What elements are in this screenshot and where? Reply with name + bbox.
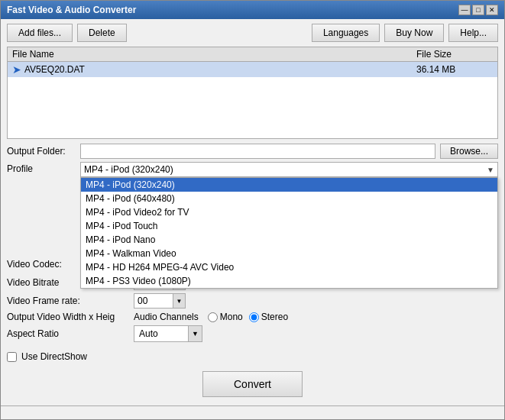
use-directshow-row: Use DirectShow [7,351,498,362]
output-video-width-row: Output Video Width x Heig Audio Channels… [7,312,498,322]
use-directshow-checkbox[interactable] [7,352,17,362]
list-item[interactable]: MP4 - iPod (320x240) [81,178,497,192]
file-list-body[interactable]: ➤ AV5EQ20.DAT 36.14 MB [8,62,497,138]
delete-button[interactable]: Delete [77,24,127,42]
file-size-cell: 36.14 MB [416,64,493,75]
profile-select[interactable]: MP4 - iPod (320x240) ▼ [80,162,498,177]
audio-channels-group: Mono Stereo [208,312,288,322]
browse-button[interactable]: Browse... [440,144,498,159]
profile-selected-value: MP4 - iPod (320x240) [84,164,173,175]
buy-now-button[interactable]: Buy Now [384,24,444,42]
stereo-radio-label[interactable]: Stereo [249,312,288,322]
list-item[interactable]: MP4 - HD H264 MPEG-4 AVC Video [81,260,497,274]
col-file-name: File Name [12,49,416,60]
convert-button[interactable]: Convert [202,371,303,397]
table-row[interactable]: ➤ AV5EQ20.DAT 36.14 MB [8,62,497,77]
stereo-label: Stereo [261,312,288,322]
file-list-header: File Name File Size [8,47,497,62]
list-item[interactable]: MP4 - PS3 Video (1080P) [81,274,497,288]
profile-row: Profile MP4 - iPod (320x240) ▼ MP4 - iPo… [7,162,498,177]
window-controls: — □ ✕ [458,5,498,15]
close-button[interactable]: ✕ [486,5,498,15]
video-framerate-label: Video Frame rate: [7,296,129,306]
aspect-ratio-value: Auto [134,328,188,339]
maximize-button[interactable]: □ [472,5,484,15]
window-title: Fast Video & Audio Converter [7,5,136,15]
list-item[interactable]: MP4 - iPod Video2 for TV [81,205,497,219]
profile-dropdown-list[interactable]: MP4 - iPod (320x240) MP4 - iPod (640x480… [80,177,498,289]
help-button[interactable]: Help... [448,24,498,42]
main-window: Fast Video & Audio Converter — □ ✕ Add f… [0,0,505,420]
list-item[interactable]: MP4 - Walkman Video [81,247,497,260]
file-name-cell: AV5EQ20.DAT [24,64,416,75]
video-framerate-row: Video Frame rate: 00 ▼ [7,293,498,309]
video-framerate-select[interactable]: 00 ▼ [134,293,186,309]
list-item[interactable]: MP4 - iPod (640x480) [81,192,497,205]
aspect-ratio-select[interactable]: Auto ▼ [134,325,202,342]
profile-label: Profile [7,162,76,174]
profile-dropdown-arrow: ▼ [487,166,494,174]
add-files-button[interactable]: Add files... [7,24,73,42]
mono-radio-label[interactable]: Mono [208,312,243,322]
minimize-button[interactable]: — [458,5,471,15]
file-list-area: File Name File Size ➤ AV5EQ20.DAT 36.14 … [7,47,498,139]
status-bar [1,405,504,419]
aspect-ratio-label: Aspect Ratio [7,328,129,339]
output-video-width-label: Output Video Width x Heig [7,312,129,322]
output-folder-input[interactable] [80,144,435,159]
toolbar-right: Languages Buy Now Help... [312,24,498,42]
toolbar: Add files... Delete Languages Buy Now He… [1,19,504,47]
mono-radio[interactable] [208,312,218,322]
video-framerate-value: 00 [134,296,173,306]
video-framerate-arrow[interactable]: ▼ [173,294,185,308]
convert-btn-row: Convert [7,371,498,397]
languages-button[interactable]: Languages [312,24,380,42]
use-directshow-label: Use DirectShow [21,351,87,362]
title-bar: Fast Video & Audio Converter — □ ✕ [1,1,504,19]
file-arrow-icon: ➤ [12,63,21,76]
aspect-ratio-row: Aspect Ratio Auto ▼ [7,325,498,342]
list-item[interactable]: MP4 - iPod Touch [81,219,497,233]
col-file-size: File Size [416,49,493,60]
audio-channels-label: Audio Channels [134,312,199,322]
output-folder-row: Output Folder: Browse... [7,144,498,159]
aspect-dropdown-arrow[interactable]: ▼ [188,326,202,341]
profile-dropdown-wrapper: MP4 - iPod (320x240) ▼ MP4 - iPod (320x2… [80,162,498,177]
output-folder-label: Output Folder: [7,146,76,157]
stereo-radio[interactable] [249,312,259,322]
mono-label: Mono [220,312,243,322]
settings-area: Output Folder: Browse... Profile MP4 - i… [1,139,504,405]
list-item[interactable]: MP4 - iPod Nano [81,233,497,247]
